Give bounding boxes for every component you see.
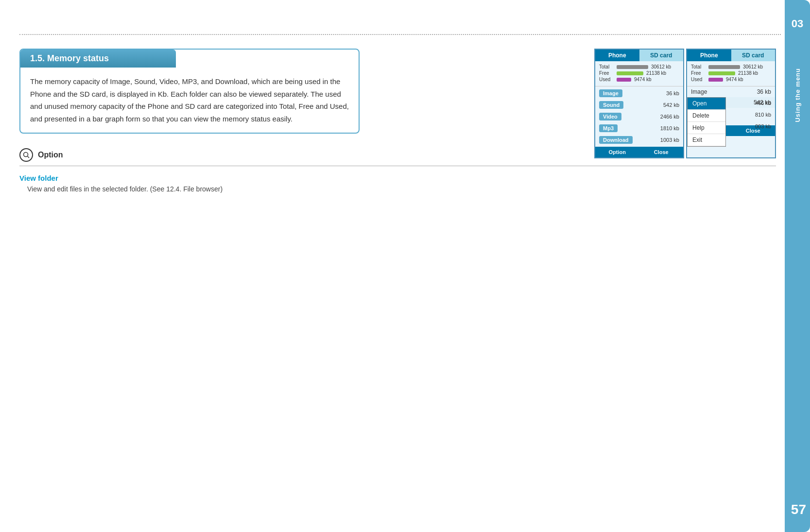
dropdown-open[interactable]: Open <box>688 98 725 110</box>
page-number: 57 <box>791 502 806 517</box>
section-box: 1.5. Memory status The memory capacity o… <box>19 49 360 134</box>
svg-point-0 <box>24 153 28 157</box>
option-header: Option <box>19 148 776 162</box>
option-icon <box>19 148 33 162</box>
sidebar-label: Using the menu <box>794 68 801 122</box>
sidebar: 03 Using the menu 57 <box>785 0 810 532</box>
search-icon <box>23 152 30 158</box>
sidebar-badge: 03 <box>785 15 810 33</box>
dropdown-exit[interactable]: Exit <box>688 134 725 146</box>
svg-line-1 <box>28 156 30 158</box>
view-folder-desc: View and edit files in the selected fold… <box>19 185 776 193</box>
main-content: 1.5. Memory status The memory capacity o… <box>19 49 776 193</box>
option-section: Option View folder View and edit files i… <box>19 148 776 193</box>
option-divider <box>19 166 776 166</box>
view-folder-title: View folder <box>19 174 776 182</box>
dropdown-help[interactable]: Help <box>688 122 725 134</box>
section-title: 1.5. Memory status <box>20 50 176 68</box>
dropdown-menu: Open Delete Help Exit <box>687 97 726 147</box>
dropdown-delete[interactable]: Delete <box>688 110 725 122</box>
top-divider <box>19 34 781 35</box>
section-body: The memory capacity of Image, Sound, Vid… <box>20 68 359 133</box>
option-title: Option <box>38 151 63 159</box>
